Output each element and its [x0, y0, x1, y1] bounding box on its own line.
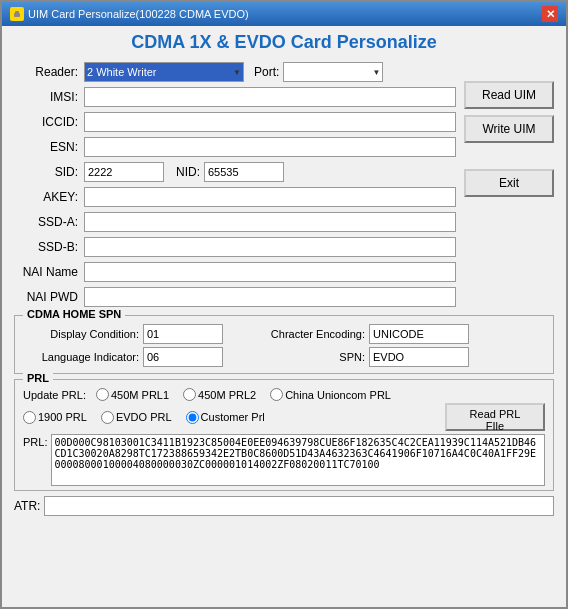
prl-radio-rows: Update PRL: 450M PRL1 450M PRL2 China Un…	[23, 388, 545, 431]
atr-row: ATR:	[14, 496, 554, 516]
akey-label: AKEY:	[14, 190, 84, 204]
write-uim-button[interactable]: Write UIM	[464, 115, 554, 143]
nid-input[interactable]	[204, 162, 284, 182]
character-encoding-row: Chracter Encoding:	[239, 324, 469, 344]
prl-radio-row-1: Update PRL: 450M PRL1 450M PRL2 China Un…	[23, 388, 545, 401]
read-uim-button[interactable]: Read UIM	[464, 81, 554, 109]
exit-button[interactable]: Exit	[464, 169, 554, 197]
nai-pwd-row: NAI PWD	[14, 286, 456, 308]
radio-china-unioncom[interactable]	[270, 388, 283, 401]
spn-section: CDMA HOME SPN Display Condition: Languag…	[14, 315, 554, 374]
akey-row: AKEY:	[14, 186, 456, 208]
radio-450m-prl2-label: 450M PRL2	[198, 389, 256, 401]
radio-450m-prl2[interactable]	[183, 388, 196, 401]
radio-customer-prl-group[interactable]: Customer Prl	[186, 411, 265, 424]
read-prl-file-button[interactable]: Read PRL FIle	[445, 403, 545, 431]
imsi-input[interactable]	[84, 87, 456, 107]
sid-nid-row: SID: NID:	[14, 161, 456, 183]
page-title: CDMA 1X & EVDO Card Personalize	[14, 32, 554, 53]
main-window: UIM Card Personalize(100228 CDMA EVDO) ✕…	[0, 0, 568, 609]
imsi-label: IMSI:	[14, 90, 84, 104]
titlebar-title: UIM Card Personalize(100228 CDMA EVDO)	[28, 8, 249, 20]
update-prl-label: Update PRL:	[23, 389, 86, 401]
prl-prefix-label: PRL:	[23, 434, 51, 448]
reader-select[interactable]: 2 White Writer	[84, 62, 244, 82]
sid-label: SID:	[14, 165, 84, 179]
iccid-label: ICCID:	[14, 115, 84, 129]
nai-name-input[interactable]	[84, 262, 456, 282]
radio-450m-prl2-group[interactable]: 450M PRL2	[183, 388, 256, 401]
port-dropdown-wrapper	[283, 62, 383, 82]
nid-label: NID:	[176, 165, 200, 179]
esn-input[interactable]	[84, 137, 456, 157]
sid-input[interactable]	[84, 162, 164, 182]
reader-dropdown-wrapper: 2 White Writer	[84, 62, 244, 82]
imsi-row: IMSI:	[14, 86, 456, 108]
atr-input[interactable]	[44, 496, 554, 516]
radio-450m-prl1-group[interactable]: 450M PRL1	[96, 388, 169, 401]
akey-input[interactable]	[84, 187, 456, 207]
ssdb-row: SSD-B:	[14, 236, 456, 258]
nai-pwd-label: NAI PWD	[14, 290, 84, 304]
spn-row: SPN:	[239, 347, 469, 367]
radio-china-unioncom-label: China Unioncom PRL	[285, 389, 391, 401]
radio-customer-prl[interactable]	[186, 411, 199, 424]
radio-china-unioncom-group[interactable]: China Unioncom PRL	[270, 388, 391, 401]
spn-section-title: CDMA HOME SPN	[23, 308, 125, 320]
svg-rect-2	[15, 11, 19, 14]
radio-evdo-prl-label: EVDO PRL	[116, 411, 172, 423]
port-select[interactable]	[283, 62, 383, 82]
spn-label-el: SPN:	[239, 351, 369, 363]
display-condition-row: Display Condition:	[23, 324, 223, 344]
prl-data-row: PRL: 00D000C98103001C3411B1923C85004E0EE…	[23, 434, 545, 486]
form-area: Reader: 2 White Writer Port: IMSI:	[14, 61, 554, 311]
display-condition-label: Display Condition:	[23, 328, 143, 340]
port-label: Port:	[254, 65, 279, 79]
character-encoding-input[interactable]	[369, 324, 469, 344]
app-icon	[10, 7, 24, 21]
esn-row: ESN:	[14, 136, 456, 158]
form-left: Reader: 2 White Writer Port: IMSI:	[14, 61, 456, 311]
reader-label: Reader:	[14, 65, 84, 79]
nai-pwd-input[interactable]	[84, 287, 456, 307]
language-indicator-row: Language Indicator:	[23, 347, 223, 367]
prl-section: PRL Update PRL: 450M PRL1 450M PRL2 Chin…	[14, 379, 554, 491]
nai-name-label: NAI Name	[14, 265, 84, 279]
ssda-input[interactable]	[84, 212, 456, 232]
titlebar-left: UIM Card Personalize(100228 CDMA EVDO)	[10, 7, 249, 21]
radio-evdo-prl[interactable]	[101, 411, 114, 424]
radio-1900-prl-label: 1900 PRL	[38, 411, 87, 423]
titlebar: UIM Card Personalize(100228 CDMA EVDO) ✕	[2, 2, 566, 26]
display-condition-input[interactable]	[143, 324, 223, 344]
prl-bottom-row: 1900 PRL EVDO PRL Customer Prl Read PRL …	[23, 403, 545, 431]
prl-section-title: PRL	[23, 372, 53, 384]
ssdb-input[interactable]	[84, 237, 456, 257]
iccid-row: ICCID:	[14, 111, 456, 133]
radio-customer-prl-label: Customer Prl	[201, 411, 265, 423]
ssda-row: SSD-A:	[14, 211, 456, 233]
language-indicator-label: Language Indicator:	[23, 351, 143, 363]
esn-label: ESN:	[14, 140, 84, 154]
close-button[interactable]: ✕	[542, 6, 558, 22]
radio-450m-prl1[interactable]	[96, 388, 109, 401]
atr-label: ATR:	[14, 499, 44, 513]
ssda-label: SSD-A:	[14, 215, 84, 229]
radio-1900-prl[interactable]	[23, 411, 36, 424]
form-right: Read UIM Write UIM Exit	[464, 61, 554, 311]
ssdb-label: SSD-B:	[14, 240, 84, 254]
language-indicator-input[interactable]	[143, 347, 223, 367]
spn-input[interactable]	[369, 347, 469, 367]
character-encoding-label: Chracter Encoding:	[239, 328, 369, 340]
main-content: CDMA 1X & EVDO Card Personalize Reader: …	[2, 26, 566, 607]
nai-name-row: NAI Name	[14, 261, 456, 283]
radio-450m-prl1-label: 450M PRL1	[111, 389, 169, 401]
prl-textarea[interactable]: 00D000C98103001C3411B1923C85004E0EE09463…	[51, 434, 545, 486]
iccid-input[interactable]	[84, 112, 456, 132]
radio-evdo-prl-group[interactable]: EVDO PRL	[101, 411, 172, 424]
radio-1900-prl-group[interactable]: 1900 PRL	[23, 411, 87, 424]
reader-row: Reader: 2 White Writer Port:	[14, 61, 456, 83]
